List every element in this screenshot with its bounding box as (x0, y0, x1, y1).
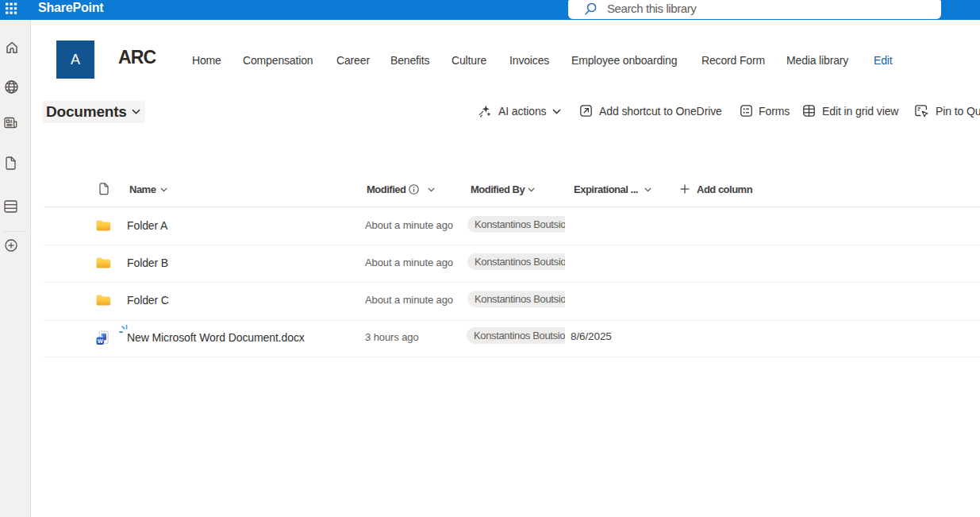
svg-text:W: W (98, 338, 104, 345)
